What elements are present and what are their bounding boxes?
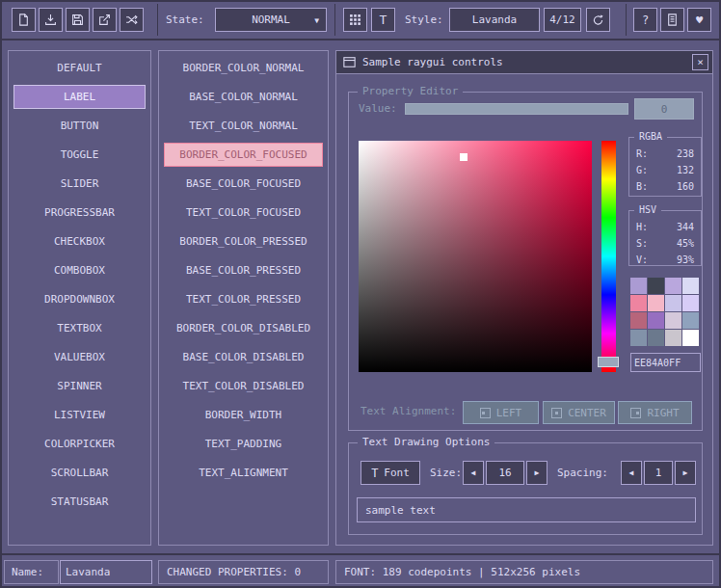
about-button[interactable] bbox=[660, 8, 684, 32]
color-swatch[interactable] bbox=[682, 278, 699, 294]
style-counter: 4/12 bbox=[544, 8, 581, 32]
sv-gradient[interactable] bbox=[359, 141, 592, 372]
size-decrease-button[interactable]: ◀ bbox=[463, 461, 484, 485]
rgba-label: RGBA bbox=[634, 130, 667, 144]
list-item-button[interactable]: BUTTON bbox=[13, 114, 146, 138]
hue-slider[interactable] bbox=[598, 141, 619, 372]
align-right-icon bbox=[630, 408, 641, 418]
style-selector[interactable]: Lavanda bbox=[449, 8, 540, 32]
list-item-text_alignment[interactable]: TEXT_ALIGNMENT bbox=[164, 461, 323, 485]
color-swatch[interactable] bbox=[648, 312, 664, 329]
new-style-button[interactable] bbox=[12, 8, 36, 32]
align-right-button[interactable]: RIGHT bbox=[618, 401, 692, 424]
color-swatch[interactable] bbox=[648, 295, 664, 311]
size-increase-button[interactable]: ▶ bbox=[526, 461, 547, 485]
state-label: State: bbox=[166, 0, 204, 40]
list-item-statusbar[interactable]: STATUSBAR bbox=[13, 490, 146, 514]
state-dropdown[interactable]: NORMAL ▼ bbox=[215, 8, 327, 32]
list-item-text_color_disabled[interactable]: TEXT_COLOR_DISABLED bbox=[164, 374, 323, 398]
window-icon bbox=[343, 56, 356, 68]
list-item-border_color_pressed[interactable]: BORDER_COLOR_PRESSED bbox=[164, 229, 323, 254]
color-swatch[interactable] bbox=[665, 278, 681, 294]
color-component-row: B:160 bbox=[629, 178, 701, 195]
list-item-border_color_normal[interactable]: BORDER_COLOR_NORMAL bbox=[164, 56, 323, 80]
hue-handle[interactable] bbox=[598, 357, 619, 367]
sample-window-titlebar[interactable]: Sample raygui controls × bbox=[336, 51, 712, 74]
value-slider[interactable] bbox=[405, 103, 628, 115]
color-component-row: H:344 bbox=[629, 219, 701, 235]
list-item-text_padding[interactable]: TEXT_PADDING bbox=[164, 432, 323, 456]
list-item-progressbar[interactable]: PROGRESSBAR bbox=[13, 200, 146, 225]
spacing-increase-button[interactable]: ▶ bbox=[675, 461, 696, 485]
list-item-base_color_disabled[interactable]: BASE_COLOR_DISABLED bbox=[164, 345, 323, 369]
help-button[interactable]: ? bbox=[633, 8, 657, 32]
font-status-text: FONT: 189 codepoints | 512x256 pixels bbox=[344, 566, 580, 578]
sv-cursor[interactable] bbox=[460, 153, 467, 161]
color-swatch[interactable] bbox=[630, 330, 647, 346]
name-label: Name: bbox=[4, 560, 59, 584]
text-editor-button[interactable]: T bbox=[371, 8, 395, 32]
random-style-button[interactable] bbox=[120, 8, 144, 32]
export-style-button[interactable] bbox=[93, 8, 117, 32]
list-item-dropdownbox[interactable]: DROPDOWNBOX bbox=[13, 287, 146, 311]
list-item-border_width[interactable]: BORDER_WIDTH bbox=[164, 403, 323, 427]
style-name-input[interactable] bbox=[60, 560, 152, 584]
list-item-slider[interactable]: SLIDER bbox=[13, 172, 146, 196]
list-item-text_color_focused[interactable]: TEXT_COLOR_FOCUSED bbox=[164, 200, 323, 225]
hsv-rows: H:344S:45%V:93% bbox=[629, 211, 701, 268]
align-left-button[interactable]: LEFT bbox=[463, 401, 539, 424]
grid-toggle-button[interactable] bbox=[343, 8, 367, 32]
left-arrow-icon: ◀ bbox=[629, 468, 634, 477]
property-editor-label: Property Editor bbox=[358, 85, 463, 98]
list-item-base_color_focused[interactable]: BASE_COLOR_FOCUSED bbox=[164, 172, 323, 196]
spacing-value-box[interactable]: 1 bbox=[644, 461, 673, 485]
list-item-text_color_pressed[interactable]: TEXT_COLOR_PRESSED bbox=[164, 287, 323, 311]
list-item-base_color_pressed[interactable]: BASE_COLOR_PRESSED bbox=[164, 258, 323, 282]
sample-window: Sample raygui controls × Property Editor… bbox=[335, 50, 713, 546]
list-item-listview[interactable]: LISTVIEW bbox=[13, 403, 146, 427]
list-item-border_color_focused[interactable]: BORDER_COLOR_FOCUSED bbox=[164, 143, 323, 167]
text-options-label: Text Drawing Options bbox=[358, 436, 494, 449]
color-swatch[interactable] bbox=[630, 295, 647, 311]
size-value-box[interactable]: 16 bbox=[486, 461, 524, 485]
sponsor-button[interactable]: ♥ bbox=[687, 8, 711, 32]
color-swatch[interactable] bbox=[630, 278, 647, 294]
color-swatch[interactable] bbox=[648, 330, 664, 346]
spacing-decrease-button[interactable]: ◀ bbox=[621, 461, 642, 485]
color-swatch[interactable] bbox=[630, 312, 647, 329]
load-style-button[interactable] bbox=[39, 8, 63, 32]
value-box: 0 bbox=[634, 98, 694, 120]
list-item-border_color_disabled[interactable]: BORDER_COLOR_DISABLED bbox=[164, 316, 323, 340]
list-item-combobox[interactable]: COMBOBOX bbox=[13, 258, 146, 282]
font-button[interactable]: T Font bbox=[360, 461, 420, 485]
list-item-label[interactable]: LABEL bbox=[13, 85, 146, 109]
save-style-button[interactable] bbox=[66, 8, 90, 32]
color-swatch[interactable] bbox=[682, 312, 699, 329]
list-item-scrollbar[interactable]: SCROLLBAR bbox=[13, 461, 146, 485]
list-item-spinner[interactable]: SPINNER bbox=[13, 374, 146, 398]
color-swatch[interactable] bbox=[665, 295, 681, 311]
align-center-button[interactable]: CENTER bbox=[543, 401, 615, 424]
color-swatch[interactable] bbox=[648, 278, 664, 294]
hue-bar bbox=[601, 141, 616, 372]
list-item-text_color_normal[interactable]: TEXT_COLOR_NORMAL bbox=[164, 114, 323, 138]
color-swatch[interactable] bbox=[682, 330, 699, 346]
list-item-default[interactable]: DEFAULT bbox=[13, 56, 146, 80]
list-item-valuebox[interactable]: VALUEBOX bbox=[13, 345, 146, 369]
color-swatch[interactable] bbox=[682, 295, 699, 311]
reload-style-button[interactable] bbox=[586, 8, 610, 32]
list-item-colorpicker[interactable]: COLORPICKER bbox=[13, 432, 146, 456]
close-window-button[interactable]: × bbox=[692, 54, 708, 70]
sample-text-input[interactable] bbox=[357, 497, 696, 522]
align-button-label: LEFT bbox=[496, 407, 522, 419]
list-item-checkbox[interactable]: CHECKBOX bbox=[13, 229, 146, 254]
hex-value-input[interactable] bbox=[630, 353, 701, 372]
color-swatch[interactable] bbox=[665, 312, 681, 329]
rgba-group: RGBA R:238G:132B:160 bbox=[628, 137, 702, 197]
color-swatch[interactable] bbox=[665, 330, 681, 346]
controls-list: DEFAULTLABELBUTTONTOGGLESLIDERPROGRESSBA… bbox=[8, 50, 151, 546]
new-file-icon bbox=[17, 13, 30, 26]
list-item-toggle[interactable]: TOGGLE bbox=[13, 143, 146, 167]
list-item-textbox[interactable]: TEXTBOX bbox=[13, 316, 146, 340]
list-item-base_color_normal[interactable]: BASE_COLOR_NORMAL bbox=[164, 85, 323, 109]
